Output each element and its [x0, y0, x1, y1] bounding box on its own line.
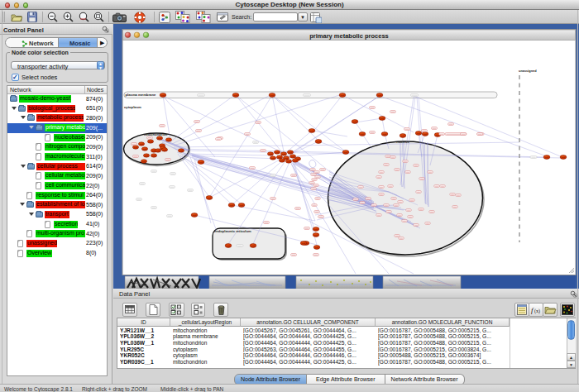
svg-text:unassigned: unassigned	[519, 69, 537, 73]
svg-text:endoplasmic reticulum: endoplasmic reticulum	[214, 229, 251, 233]
svg-text:plasma membrane: plasma membrane	[126, 93, 156, 97]
svg-text:cytoplasm: cytoplasm	[124, 105, 141, 109]
svg-text:primary metabolic process: primary metabolic process	[309, 32, 388, 40]
svg-text:mitochondrion: mitochondrion	[144, 132, 168, 136]
svg-text:(x): (x)	[534, 308, 540, 314]
svg-text:nucleus: nucleus	[396, 140, 409, 144]
